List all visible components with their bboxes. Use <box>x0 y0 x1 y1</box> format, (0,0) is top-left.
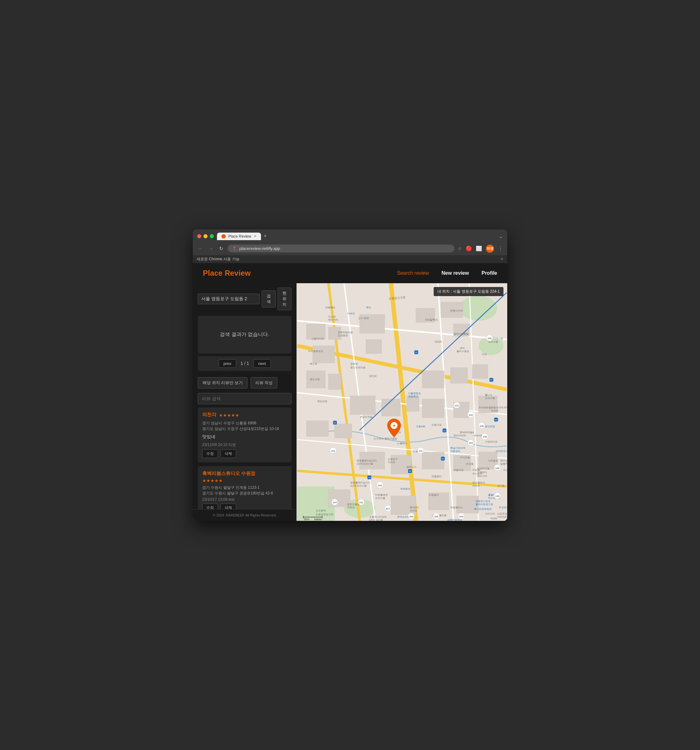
edit-review-button[interactable]: 수정 <box>202 504 218 509</box>
nav-new-review[interactable]: New review <box>442 270 469 276</box>
svg-text:제이스타: 제이스타 <box>477 474 487 477</box>
svg-text:2단지오피스텔: 2단지오피스텔 <box>350 484 367 487</box>
svg-text:뚜레쥬르: 뚜레쥬르 <box>400 487 411 490</box>
svg-rect-38 <box>422 452 445 469</box>
svg-text:부림타운: 부림타운 <box>454 468 463 471</box>
toolbar-actions: ☆ 🔴 ⬜ 의영 ⋮ <box>457 244 503 253</box>
review-search-input[interactable] <box>198 393 291 404</box>
share-icon[interactable]: ⬜ <box>476 246 482 252</box>
svg-text:버: 버 <box>409 470 411 472</box>
svg-text:직판장: 직판장 <box>347 506 355 509</box>
svg-text:50m: 50m <box>304 518 309 521</box>
review-name: 의천각 <box>202 412 216 418</box>
svg-text:도림빌라: 도림빌라 <box>429 493 438 496</box>
svg-text:1차아파트: 1차아파트 <box>497 515 507 518</box>
svg-text:★: ★ <box>392 423 396 427</box>
tab-bar: 📍 Place Review ✕ + <box>217 233 495 240</box>
svg-text:106: 106 <box>495 495 500 498</box>
svg-text:큰마뉴치원: 큰마뉴치원 <box>397 515 410 518</box>
svg-text:GS칼텍스: GS칼텍스 <box>426 318 438 321</box>
location-icon: 📍 <box>232 246 237 251</box>
svg-text:카피: 카피 <box>482 353 487 355</box>
search-button[interactable]: 검색 <box>262 290 276 307</box>
tab-close-icon[interactable]: ✕ <box>254 234 257 238</box>
nav-search-review[interactable]: Search review <box>397 270 429 276</box>
svg-text:도림시장: 도림시장 <box>432 423 442 426</box>
map-svg: 도림천고가로 영등포 종도외과의원 GS칼텍스 문동사거리 GS25 센터 플러… <box>297 283 507 521</box>
back-button[interactable]: ← <box>197 245 205 252</box>
view-location-reviews-button[interactable]: 해당 위치 리뷰만 보기 <box>198 377 248 389</box>
svg-text:103: 103 <box>469 413 473 416</box>
svg-text:아파트: 아파트 <box>491 409 499 412</box>
svg-text:센터: 센터 <box>460 346 465 349</box>
svg-text:버: 버 <box>415 351 418 353</box>
svg-rect-24 <box>328 374 341 389</box>
avatar[interactable]: 의영 <box>486 244 494 253</box>
address-bar[interactable]: 📍 placereview.netlify.app <box>228 244 454 252</box>
browser-window: 📍 Place Review ✕ + ⌄ ← → ↻ 📍 placereview… <box>193 229 507 521</box>
svg-text:102: 102 <box>454 404 459 407</box>
svg-text:명심산업: 명심산업 <box>317 400 328 403</box>
svg-text:신진빌딩: 신진빌딩 <box>488 459 498 462</box>
delete-review-button[interactable]: 삭제 <box>220 504 236 509</box>
write-review-button[interactable]: 리뷰 작성 <box>251 377 278 389</box>
next-page-button[interactable]: next <box>254 359 271 368</box>
svg-text:탑테니스: 탑테니스 <box>407 465 417 468</box>
map-info-banner: 내 위치 : 서울 영등포구 도림동 224-1 <box>434 287 503 296</box>
svg-text:원도산업: 원도산업 <box>310 378 320 381</box>
active-tab[interactable]: 📍 Place Review ✕ <box>217 233 261 240</box>
prev-page-button[interactable]: prev <box>218 359 236 368</box>
chrome-promo-bar: 새로운 Chrome 사용 가능 ✕ <box>193 255 507 263</box>
refresh-button[interactable]: ↻ <box>218 245 225 252</box>
svg-text:106: 106 <box>495 466 500 469</box>
nav-profile[interactable]: Profile <box>482 270 497 276</box>
traffic-lights <box>197 234 214 238</box>
extensions-icon[interactable]: 🔴 <box>466 246 472 252</box>
svg-text:이씨네: 이씨네 <box>347 312 355 315</box>
maximize-button[interactable] <box>210 234 214 238</box>
svg-text:쌍용플래티넘시티: 쌍용플래티넘시티 <box>350 481 371 484</box>
menu-icon[interactable]: ⋮ <box>498 246 503 252</box>
location-search-input[interactable] <box>198 294 260 304</box>
forward-button[interactable]: → <box>208 245 215 252</box>
current-location-button[interactable]: 현위치 <box>278 287 291 310</box>
edit-review-button[interactable]: 수정 <box>202 449 218 458</box>
svg-rect-35 <box>335 424 352 438</box>
delete-review-button[interactable]: 삭제 <box>220 449 236 458</box>
review-actions: 수정 삭제 <box>202 504 287 509</box>
svg-rect-30 <box>407 396 419 412</box>
svg-text:예성클래식: 예성클래식 <box>472 481 485 484</box>
promo-text: 새로운 Chrome 사용 가능 <box>197 257 498 262</box>
svg-text:우성유치: 우성유치 <box>499 506 507 509</box>
window-menu-icon[interactable]: ⌄ <box>499 233 503 239</box>
svg-text:리스트: 리스트 <box>328 315 336 318</box>
no-result-area: 검색 결과가 없습니다. <box>198 316 291 353</box>
svg-text:배드민턴체육관: 배드민턴체육관 <box>474 508 491 510</box>
svg-text:kakao: kakao <box>314 518 322 521</box>
svg-text:현대씨티빌A: 현대씨티빌A <box>460 431 474 434</box>
promo-close-icon[interactable]: ✕ <box>500 257 503 261</box>
svg-text:문동사거리: 문동사거리 <box>450 309 463 312</box>
review-stars: ★★★★★ <box>202 478 223 483</box>
svg-text:은성빌: 은성빌 <box>466 462 474 465</box>
svg-text:버: 버 <box>334 421 336 424</box>
map-area[interactable]: 도림천고가로 영등포 종도외과의원 GS칼텍스 문동사거리 GS25 센터 플러… <box>297 283 507 521</box>
svg-text:도림전로농구장: 도림전로농구장 <box>316 513 333 516</box>
logo-plain: Place <box>203 269 225 277</box>
svg-rect-25 <box>422 370 445 388</box>
svg-text:더클래식: 더클래식 <box>477 470 487 473</box>
new-tab-button[interactable]: + <box>263 233 267 240</box>
bookmark-icon[interactable]: ☆ <box>457 246 462 252</box>
svg-text:1단지오피스텔: 1단지오피스텔 <box>357 462 373 465</box>
tab-favicon-icon: 📍 <box>222 234 226 238</box>
svg-text:우리쉐르빌: 우리쉐르빌 <box>478 406 491 409</box>
svg-text:버: 버 <box>443 429 446 432</box>
svg-text:웰니스: 웰니스 <box>485 393 492 397</box>
svg-text:303: 303 <box>459 515 463 518</box>
close-button[interactable] <box>197 234 201 238</box>
svg-text:뉴스토리 평탁구클럽: 뉴스토리 평탁구클럽 <box>374 437 397 440</box>
app-container: Place Review Search review New review Pr… <box>193 263 507 521</box>
sidebar: 검색 현위치 검색 결과가 없습니다. prev 1 / 1 next 해당 위… <box>193 283 297 521</box>
minimize-button[interactable] <box>203 234 208 238</box>
review-stars: ★★★★★ <box>219 413 239 418</box>
